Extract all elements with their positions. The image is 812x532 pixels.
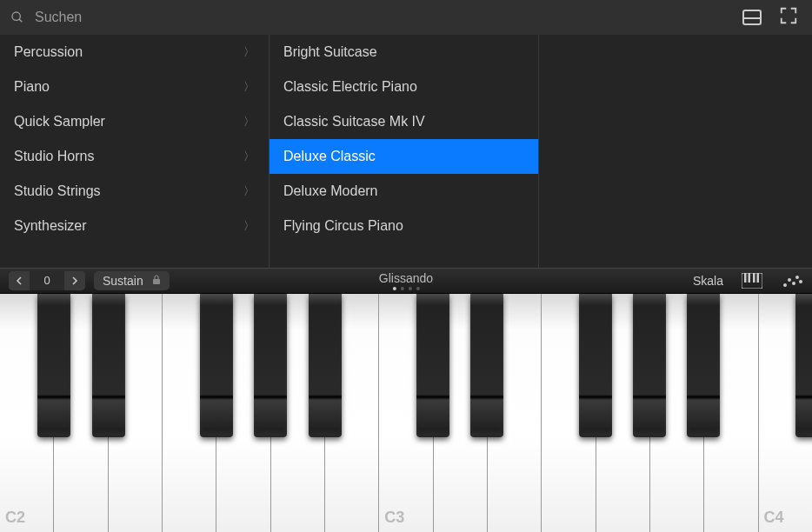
sustain-button[interactable]: Sustain	[94, 271, 170, 290]
svg-rect-6	[753, 273, 755, 283]
category-label: Synthesizer	[14, 218, 87, 234]
category-label: Percussion	[14, 44, 83, 60]
chevron-right-icon: 〉	[243, 44, 255, 60]
preset-item[interactable]: Deluxe Classic	[270, 139, 538, 174]
keyboard-control-strip: 0 Sustain Glissando Skala	[0, 268, 812, 294]
search-input[interactable]	[35, 10, 732, 25]
preset-label: Classic Electric Piano	[283, 79, 417, 95]
category-label: Piano	[14, 79, 50, 95]
black-key[interactable]	[254, 294, 287, 437]
chevron-right-icon: 〉	[243, 79, 255, 95]
lock-icon	[152, 274, 161, 288]
search-bar	[0, 0, 812, 35]
category-column: Percussion〉Piano〉Quick Sampler〉Studio Ho…	[0, 35, 270, 268]
category-item[interactable]: Studio Horns〉	[0, 139, 269, 174]
category-item[interactable]: Percussion〉	[0, 35, 269, 70]
fullscreen-icon[interactable]	[779, 6, 798, 29]
svg-point-0	[12, 12, 20, 20]
mode-page-dots	[379, 287, 433, 290]
keyboard-mode[interactable]: Glissando	[379, 271, 433, 290]
preset-column: Bright SuitcaseClassic Electric PianoCla…	[270, 35, 539, 268]
split-view-icon[interactable]	[742, 10, 762, 25]
svg-line-1	[19, 19, 22, 22]
svg-point-10	[792, 282, 795, 285]
black-key[interactable]	[633, 294, 666, 437]
preset-item[interactable]: Classic Electric Piano	[270, 70, 538, 104]
black-key[interactable]	[200, 294, 233, 437]
instrument-browser: Percussion〉Piano〉Quick Sampler〉Studio Ho…	[0, 35, 812, 268]
preset-label: Deluxe Modern	[283, 183, 378, 199]
category-item[interactable]: Quick Sampler〉	[0, 104, 269, 139]
preset-item[interactable]: Classic Suitcase Mk IV	[270, 104, 538, 139]
svg-rect-7	[757, 273, 760, 283]
chevron-right-icon: 〉	[243, 114, 255, 130]
preset-item[interactable]: Bright Suitcase	[270, 35, 538, 70]
svg-point-8	[783, 283, 787, 287]
black-key[interactable]	[470, 294, 503, 437]
black-key[interactable]	[92, 294, 125, 437]
black-key[interactable]	[37, 294, 70, 437]
empty-column	[539, 35, 809, 268]
svg-rect-5	[749, 273, 751, 283]
black-key[interactable]	[687, 294, 720, 437]
chevron-right-icon: 〉	[243, 183, 255, 199]
arpeggiator-icon[interactable]	[781, 272, 803, 289]
keyboard-view-icon[interactable]	[741, 272, 763, 289]
svg-rect-4	[744, 273, 747, 283]
octave-value: 0	[30, 271, 64, 290]
svg-rect-2	[153, 279, 160, 284]
preset-label: Flying Circus Piano	[283, 218, 403, 234]
piano-keyboard[interactable]: C2C3C4	[0, 294, 812, 532]
octave-down-button[interactable]	[9, 271, 30, 290]
category-item[interactable]: Piano〉	[0, 70, 269, 104]
preset-item[interactable]: Deluxe Modern	[270, 174, 538, 209]
scale-button[interactable]: Skala	[693, 274, 723, 288]
mode-label: Glissando	[379, 271, 433, 285]
black-key[interactable]	[416, 294, 449, 437]
search-icon	[10, 10, 24, 24]
black-key[interactable]	[579, 294, 612, 437]
black-key[interactable]	[309, 294, 342, 437]
preset-label: Deluxe Classic	[283, 149, 376, 164]
preset-item[interactable]: Flying Circus Piano	[270, 209, 538, 243]
preset-label: Classic Suitcase Mk IV	[283, 114, 425, 130]
category-item[interactable]: Synthesizer〉	[0, 209, 269, 243]
chevron-right-icon: 〉	[243, 149, 255, 164]
svg-point-9	[788, 278, 791, 282]
sustain-label: Sustain	[103, 274, 143, 288]
preset-label: Bright Suitcase	[283, 44, 377, 60]
category-label: Quick Sampler	[14, 114, 105, 130]
black-key[interactable]	[795, 294, 812, 437]
chevron-right-icon: 〉	[243, 218, 255, 234]
octave-control: 0	[9, 271, 85, 290]
svg-point-12	[799, 280, 802, 283]
category-label: Studio Horns	[14, 149, 95, 164]
octave-up-button[interactable]	[64, 271, 85, 290]
category-label: Studio Strings	[14, 183, 101, 199]
category-item[interactable]: Studio Strings〉	[0, 174, 269, 209]
svg-point-11	[795, 276, 799, 279]
